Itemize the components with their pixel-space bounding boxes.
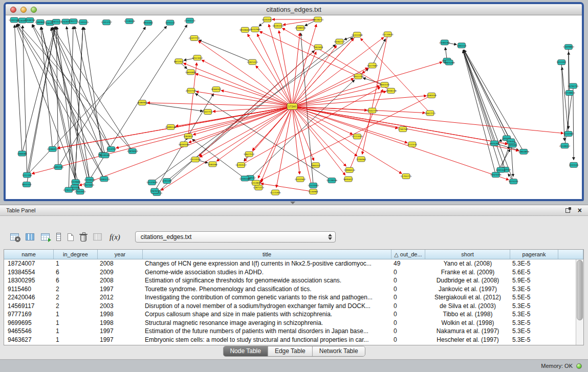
table-header-row: namein_degreeyeartitle△ out_de...shortpa… [4,250,583,259]
table-row[interactable]: 2242004622012Investigating the contribut… [4,293,576,302]
svg-text:3497354: 3497354 [496,169,506,171]
svg-text:16193414: 16193414 [273,25,284,27]
svg-text:9586963: 9586963 [138,101,147,104]
close-panel-icon[interactable]: × [578,208,582,213]
cell-pagerank: 5.3E-5 [510,259,558,268]
network-window-title: citations_edges.txt [6,4,582,15]
cell-out_degree: 0 [391,336,425,344]
table-panel: Table Panel × f(x) citations_edges.txt n… [0,205,588,360]
column-header-filler [558,250,583,259]
svg-text:10523022: 10523022 [192,57,203,59]
new-file-icon[interactable] [68,233,74,241]
svg-text:7787974: 7787974 [150,190,160,192]
import-table-icon[interactable] [41,233,50,240]
network-window[interactable]: citations_edges.txt 16202964144505571619… [4,2,584,201]
cell-year: 1997 [98,285,143,294]
column-header-pagerank[interactable]: pagerank [510,250,558,259]
svg-text:3222510: 3222510 [407,143,417,146]
table-row[interactable]: 1872400712008Changes of HCN gene express… [4,259,576,268]
cell-title: Disruption of a novel member of a sodium… [143,302,391,311]
minimize-window-button[interactable] [20,7,27,13]
cell-pagerank: 5.3E-5 [510,302,558,311]
svg-text:19473455: 19473455 [83,184,95,186]
svg-text:10617711: 10617711 [425,112,436,115]
table-row[interactable]: 1830029562008Estimation of significance … [4,276,576,285]
svg-text:5834104: 5834104 [22,183,32,186]
function-builder-icon[interactable]: f(x) [108,233,120,242]
rows-icon[interactable] [56,233,61,241]
tab-edge-table[interactable]: Edge Table [268,346,313,356]
cell-year: 1997 [98,336,143,344]
table-row[interactable]: 977716911998Corpus callosum shape and si… [4,310,576,319]
svg-text:16093585: 16093585 [179,143,190,146]
table-selector-value: citations_edges.txt [141,233,191,240]
svg-text:25885548: 25885548 [165,126,177,128]
tab-node-table[interactable]: Node Table [223,346,268,356]
cell-in_degree: 1 [54,319,98,327]
svg-text:4341546: 4341546 [569,164,579,166]
tab-network-table[interactable]: Network Table [313,346,365,356]
float-panel-icon[interactable] [565,208,570,213]
cell-title: Structural magnetic resonance image aver… [143,319,391,327]
zoom-window-button[interactable] [31,7,37,13]
table-selector[interactable]: citations_edges.txt [135,231,336,243]
table-row[interactable]: 911546021997Tourette syndrome. Phenomeno… [4,285,576,294]
cell-year: 1998 [98,310,143,319]
table-panel-header: Table Panel × [0,205,588,216]
svg-text:6109184: 6109184 [100,154,110,157]
window-controls [10,7,37,13]
svg-text:3360814: 3360814 [184,135,193,138]
svg-text:13595589: 13595589 [239,178,251,180]
cell-short: Franke et al. (2009) [425,268,510,277]
table-row[interactable]: 946554611997Estimation of the future num… [4,327,576,336]
svg-text:3964412: 3964412 [311,164,321,167]
cell-year: 2009 [98,268,143,277]
column-header-name[interactable]: name [4,250,54,259]
table-row[interactable]: 969969511998Structural magnetic resonanc… [4,319,576,327]
table-vertical-scrollbar[interactable] [576,259,583,345]
column-header-year[interactable]: year [98,250,143,259]
cell-in_degree: 6 [54,276,98,285]
table-row[interactable]: 1456911722003Disruption of a novel membe… [4,302,576,311]
svg-text:8872913: 8872913 [174,60,184,63]
table-settings-icon[interactable] [10,233,19,240]
cell-title: Estimation of significance thresholds fo… [143,276,391,285]
column-header-in_degree[interactable]: in_degree [54,250,98,259]
column-header-short[interactable]: short [425,250,510,259]
scrollbar-thumb[interactable] [577,260,583,320]
svg-text:6925286: 6925286 [490,142,499,145]
svg-text:19875268: 19875268 [444,61,455,64]
svg-text:11699860: 11699860 [563,46,574,48]
panel-collapse-handle[interactable] [290,202,295,204]
column-header-out_degree[interactable]: △ out_de... [391,250,425,259]
delete-table-icon[interactable] [80,235,86,242]
network-canvas[interactable]: 1620296414450557161934142208801618038214… [6,15,582,200]
svg-text:16025009: 16025009 [490,173,502,176]
cell-out_degree: 0 [391,319,425,327]
svg-text:21550223: 21550223 [184,19,195,22]
show-columns-icon[interactable] [26,233,34,240]
table-row[interactable]: 946362711997Embryonic stem cells: a mode… [4,336,576,344]
cell-in_degree: 2 [54,293,98,302]
svg-text:22088016: 22088016 [295,27,306,29]
svg-text:15228596: 15228596 [326,179,338,182]
cell-pagerank: 5.6E-5 [510,268,558,277]
svg-text:12139339: 12139339 [124,20,135,23]
svg-text:11203537: 11203537 [235,164,247,166]
svg-text:7761772: 7761772 [69,20,78,23]
svg-text:18038214: 18038214 [312,18,323,21]
cell-pagerank: 5.3E-5 [510,285,558,294]
table-row[interactable]: 1938455462009Genome-wide association stu… [4,268,576,277]
cell-title: Changes of HCN gene expression and I(f) … [143,259,391,268]
cell-in_degree: 1 [54,310,98,319]
column-header-title[interactable]: title [143,250,391,259]
svg-text:10593274: 10593274 [99,178,110,181]
close-window-button[interactable] [10,7,16,13]
svg-text:8166502: 8166502 [211,88,221,91]
network-graph[interactable]: 1620296414450557161934142208801618038214… [6,15,582,200]
cell-short: Dudbridge et al. (2008) [425,276,510,285]
cell-in_degree: 2 [54,285,98,294]
network-window-titlebar[interactable]: citations_edges.txt [6,4,582,15]
svg-text:3368580: 3368580 [17,152,27,155]
table-tabs: Node TableEdge TableNetwork Table [223,346,365,357]
